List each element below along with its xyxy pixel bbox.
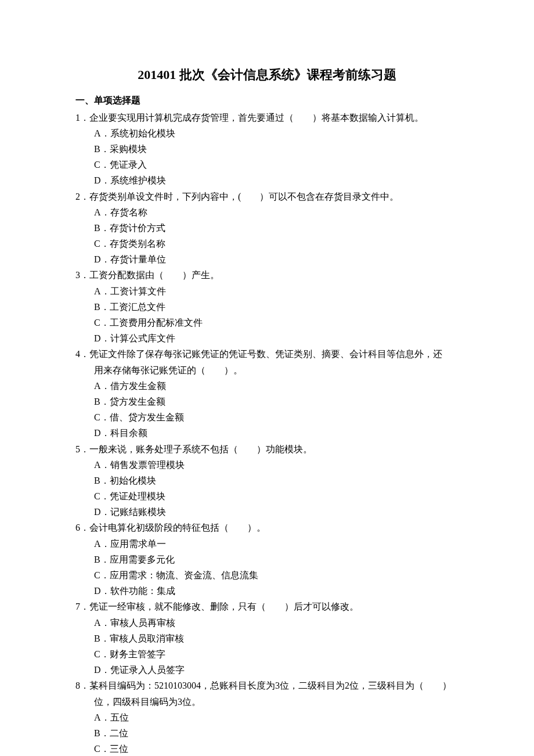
option: B．初始化模块: [94, 473, 459, 488]
option: A．借方发生金额: [94, 378, 459, 394]
option: C．凭证录入: [94, 157, 459, 172]
option: B．工资汇总文件: [94, 299, 459, 315]
options: A．五位B．二位C．三位: [75, 710, 459, 756]
option: B．采购模块: [94, 141, 459, 157]
option: D．科目余额: [94, 425, 459, 441]
question-text: 1．企业要实现用计算机完成存货管理，首先要通过（ ）将基本数据输入计算机。: [75, 110, 459, 125]
question-text: 7．凭证一经审核，就不能修改、删除，只有（ ）后才可以修改。: [75, 599, 459, 614]
option: B．二位: [94, 725, 459, 741]
options: A．销售发票管理模块B．初始化模块C．凭证处理模块D．记账结账模块: [75, 457, 459, 520]
question-text: 2．存货类别单设文件时，下列内容中，( ）可以不包含在存货目录文件中。: [75, 189, 459, 204]
option: D．计算公式库文件: [94, 330, 459, 346]
question: 3．工资分配数据由（ ）产生。A．工资计算文件B．工资汇总文件C．工资费用分配标…: [75, 267, 459, 346]
option: D．记账结账模块: [94, 504, 459, 520]
options: A．审核人员再审核B．审核人员取消审核C．财务主管签字D．凭证录入人员签字: [75, 615, 459, 678]
question-text: 5．一般来说，账务处理子系统不包括（ ）功能模块。: [75, 441, 459, 457]
option: D．存货计量单位: [94, 251, 459, 267]
section-heading: 一、单项选择题: [75, 92, 459, 108]
question-text: 6．会计电算化初级阶段的特征包括（ ）。: [75, 520, 459, 535]
option: C．借、贷方发生金额: [94, 409, 459, 425]
question: 5．一般来说，账务处理子系统不包括（ ）功能模块。A．销售发票管理模块B．初始化…: [75, 441, 459, 520]
option: C．应用需求：物流、资金流、信息流集: [94, 567, 459, 583]
question: 2．存货类别单设文件时，下列内容中，( ）可以不包含在存货目录文件中。A．存货名…: [75, 189, 459, 268]
question: 6．会计电算化初级阶段的特征包括（ ）。A．应用需求单一B．应用需要多元化C．应…: [75, 520, 459, 599]
question-text: 4．凭证文件除了保存每张记账凭证的凭证号数、凭证类别、摘要、会计科目等信息外，还: [75, 346, 459, 362]
option: B．审核人员取消审核: [94, 631, 459, 646]
options: A．存货名称B．存货计价方式C．存货类别名称D．存货计量单位: [75, 204, 459, 268]
option: C．三位: [94, 741, 459, 756]
option: A．审核人员再审核: [94, 615, 459, 631]
question-text-cont: 用来存储每张记账凭证的（ ）。: [75, 362, 459, 378]
option: D．凭证录入人员签字: [94, 662, 459, 678]
question: 4．凭证文件除了保存每张记账凭证的凭证号数、凭证类别、摘要、会计科目等信息外，还…: [75, 346, 459, 441]
options: A．应用需求单一B．应用需要多元化C．应用需求：物流、资金流、信息流集D．软件功…: [75, 536, 459, 599]
options: A．系统初始化模块B．采购模块C．凭证录入D．系统维护模块: [75, 125, 459, 189]
option: C．凭证处理模块: [94, 488, 459, 504]
option: B．存货计价方式: [94, 220, 459, 236]
page-title: 201401 批次《会计信息系统》课程考前练习题: [75, 64, 459, 85]
question: 8．某科目编码为：5210103004，总账科目长度为3位，二级科目为2位，三级…: [75, 678, 459, 756]
option: B．应用需要多元化: [94, 552, 459, 567]
option: C．财务主管签字: [94, 646, 459, 662]
option: D．系统维护模块: [94, 172, 459, 188]
question: 7．凭证一经审核，就不能修改、删除，只有（ ）后才可以修改。A．审核人员再审核B…: [75, 599, 459, 678]
option: A．工资计算文件: [94, 283, 459, 299]
option: B．贷方发生金额: [94, 394, 459, 409]
question-text: 3．工资分配数据由（ ）产生。: [75, 267, 459, 283]
question-text: 8．某科目编码为：5210103004，总账科目长度为3位，二级科目为2位，三级…: [75, 678, 459, 693]
option: A．五位: [94, 710, 459, 725]
option: A．存货名称: [94, 204, 459, 220]
option: A．系统初始化模块: [94, 125, 459, 141]
option: D．软件功能：集成: [94, 583, 459, 599]
options: A．工资计算文件B．工资汇总文件C．工资费用分配标准文件D．计算公式库文件: [75, 283, 459, 347]
question: 1．企业要实现用计算机完成存货管理，首先要通过（ ）将基本数据输入计算机。A．系…: [75, 110, 459, 189]
option: C．工资费用分配标准文件: [94, 315, 459, 330]
option: A．销售发票管理模块: [94, 457, 459, 473]
options: A．借方发生金额B．贷方发生金额C．借、贷方发生金额D．科目余额: [75, 378, 459, 441]
questions-container: 1．企业要实现用计算机完成存货管理，首先要通过（ ）将基本数据输入计算机。A．系…: [75, 110, 459, 756]
option: C．存货类别名称: [94, 236, 459, 251]
option: A．应用需求单一: [94, 536, 459, 552]
question-text-cont: 位，四级科目编码为3位。: [75, 694, 459, 710]
